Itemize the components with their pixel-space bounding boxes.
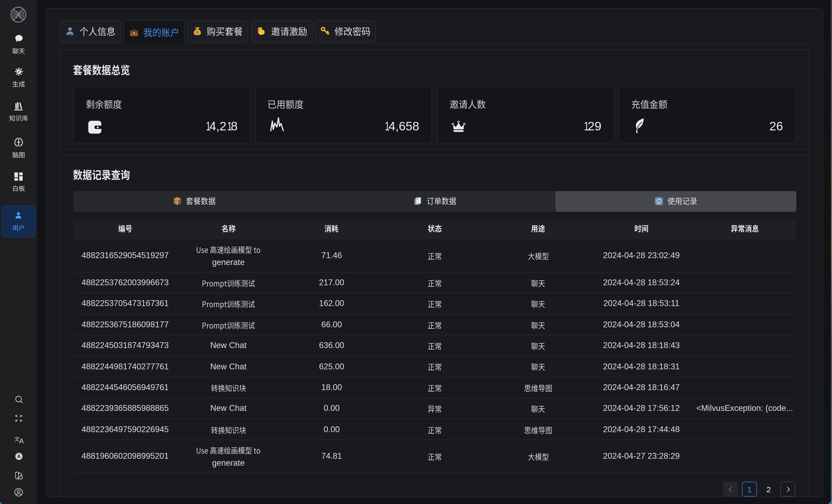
svg-text:$: $ xyxy=(196,30,199,35)
svg-text:A: A xyxy=(17,454,21,459)
